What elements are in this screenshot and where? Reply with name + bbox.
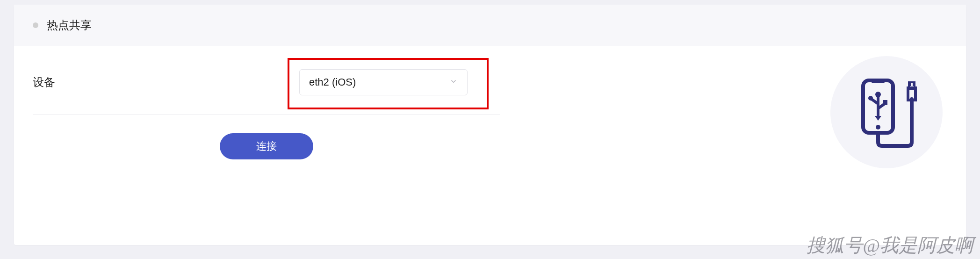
svg-rect-1 <box>872 79 885 83</box>
card-title: 热点共享 <box>47 18 92 33</box>
chevron-down-icon <box>449 77 458 87</box>
button-row: 连接 <box>33 133 500 159</box>
card-header: 热点共享 <box>14 5 966 46</box>
svg-marker-9 <box>875 116 881 121</box>
connect-button[interactable]: 连接 <box>220 133 313 159</box>
hotspot-sharing-card: 热点共享 设备 eth2 (iOS) 连接 <box>14 5 966 245</box>
card-body: 设备 eth2 (iOS) 连接 <box>14 46 966 178</box>
svg-point-4 <box>875 92 881 97</box>
usb-phone-icon <box>849 75 924 150</box>
device-select-wrap: eth2 (iOS) <box>299 69 468 95</box>
device-field-row: 设备 eth2 (iOS) <box>33 69 500 115</box>
svg-point-2 <box>876 125 880 130</box>
device-select-value: eth2 (iOS) <box>309 76 449 88</box>
usb-tethering-illustration <box>830 56 943 168</box>
device-label: 设备 <box>33 75 299 90</box>
svg-point-6 <box>868 96 873 101</box>
status-indicator-icon <box>33 22 38 28</box>
svg-rect-8 <box>883 100 887 105</box>
device-select[interactable]: eth2 (iOS) <box>299 69 468 95</box>
connect-button-label: 连接 <box>256 139 277 153</box>
